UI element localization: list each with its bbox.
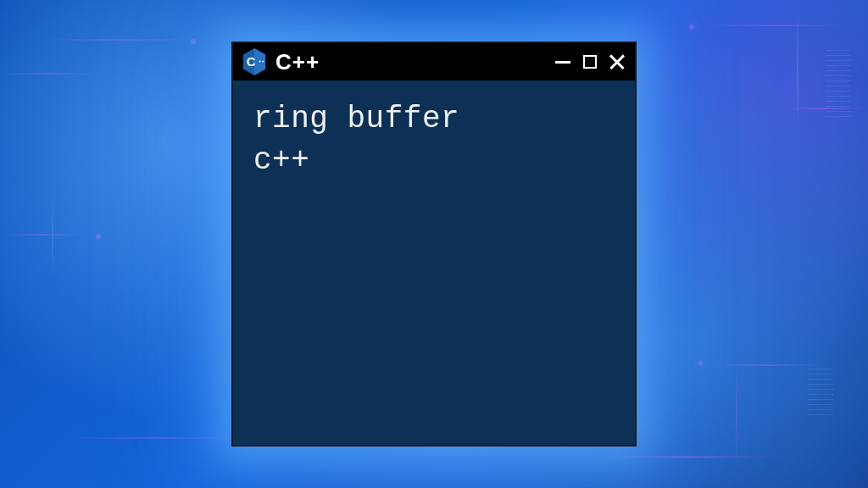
minimize-icon xyxy=(555,61,570,64)
svg-text:C: C xyxy=(247,54,256,69)
terminal-line-2: c++ xyxy=(253,141,615,182)
terminal-body[interactable]: ring buffer c++ xyxy=(233,80,635,200)
window-controls xyxy=(554,53,626,71)
close-button[interactable] xyxy=(608,53,626,71)
window-title: C++ xyxy=(275,49,545,75)
terminal-window: C + + C++ ring buffer c++ xyxy=(231,42,637,446)
terminal-line-1: ring buffer xyxy=(253,99,615,141)
maximize-icon xyxy=(583,55,597,69)
cpp-logo-icon: C + + xyxy=(242,47,267,76)
titlebar[interactable]: C + + C++ xyxy=(233,43,635,80)
maximize-button[interactable] xyxy=(581,53,599,71)
close-icon xyxy=(609,53,626,70)
minimize-button[interactable] xyxy=(554,53,572,71)
